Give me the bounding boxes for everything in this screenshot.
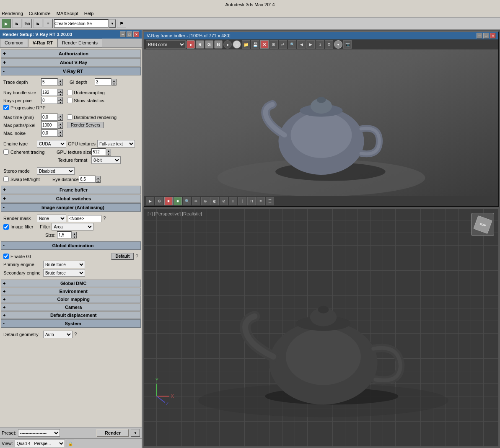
size-up[interactable]: ▲ — [72, 232, 77, 235]
fb-bot-13[interactable]: ≡ — [256, 197, 265, 205]
color-mode-select[interactable]: RGB color — [146, 40, 186, 49]
render-mask-help[interactable]: ? — [103, 215, 106, 221]
sys-help[interactable]: ? — [74, 331, 77, 337]
fb-zoom-btn[interactable]: 🔍 — [288, 40, 296, 49]
selection-set-dropdown[interactable]: ▼ — [109, 19, 116, 28]
section-frame-buffer[interactable]: + Frame buffer — [1, 186, 141, 194]
tab-render-elements[interactable]: Render Elements — [57, 39, 102, 47]
fb-bot-2[interactable]: ⚙ — [155, 197, 163, 205]
fb-bot-6[interactable]: ✏ — [192, 197, 200, 205]
section-global-switches[interactable]: + Global switches — [1, 194, 141, 203]
menu-rendering[interactable]: Rendering — [2, 11, 23, 16]
gi-help[interactable]: ? — [135, 254, 138, 259]
fb-bot-3[interactable]: ■ — [164, 197, 173, 205]
preset-select[interactable]: ------------------- — [18, 429, 60, 437]
lock-icon[interactable]: 🔒 — [67, 440, 74, 447]
progressive-rpp-cb[interactable] — [3, 105, 9, 110]
enable-gi-cb[interactable] — [3, 254, 9, 259]
fb-camera-btn[interactable]: 📷 — [343, 40, 352, 49]
rays-down[interactable]: ▼ — [58, 101, 63, 104]
fb-info-btn[interactable]: ℹ — [316, 40, 324, 49]
filter-select[interactable]: Area — [52, 223, 93, 230]
distributed-cb[interactable] — [67, 114, 73, 120]
engine-type-select[interactable]: CUDA — [37, 140, 66, 148]
toolbar-btn-2[interactable]: %n — [23, 19, 32, 28]
render-dropdown[interactable]: ▼ — [131, 429, 140, 437]
max-time-input[interactable] — [41, 114, 58, 121]
fb-settings-btn[interactable]: ⚙ — [325, 40, 333, 49]
gpu-textures-select[interactable]: Full-size text — [97, 140, 135, 148]
fb-minimize[interactable]: ─ — [477, 33, 482, 39]
section-vray-rt-header[interactable]: - V-Ray RT — [1, 67, 141, 75]
fb-maximize[interactable]: □ — [483, 33, 489, 39]
fb-white-btn[interactable]: ○ — [233, 40, 241, 49]
swap-lr-cb[interactable] — [3, 176, 9, 182]
render-button[interactable]: Render — [96, 429, 129, 437]
image-filter-cb[interactable] — [3, 224, 9, 230]
fb-circle-btn[interactable]: ● — [223, 40, 232, 49]
rays-pixel-input[interactable] — [41, 97, 58, 104]
fb-clear-btn[interactable]: ✕ — [260, 40, 269, 49]
section-global-dmc[interactable]: + Global DMC — [1, 280, 141, 287]
render-mask-select[interactable]: None — [37, 215, 66, 222]
gi-depth-down[interactable]: ▼ — [111, 82, 117, 85]
toolbar-btn-4[interactable]: ≡ — [44, 19, 53, 28]
gi-depth-up[interactable]: ▲ — [111, 79, 117, 82]
fb-bot-10[interactable]: H — [229, 197, 237, 205]
fb-close[interactable]: ✕ — [490, 33, 496, 39]
fb-bot-8[interactable]: ◐ — [210, 197, 219, 205]
primary-engine-select[interactable]: Brute force — [43, 261, 85, 268]
menu-customize[interactable]: Customize — [29, 11, 51, 16]
tab-common[interactable]: Common — [0, 39, 28, 47]
ray-bundle-input[interactable] — [41, 89, 58, 96]
menu-maxscript[interactable]: MAXScript — [57, 11, 78, 16]
gputex-down[interactable]: ▼ — [106, 152, 111, 155]
fb-bot-4[interactable]: ■ — [174, 197, 182, 205]
section-color-mapping[interactable]: + Color mapping — [1, 295, 141, 303]
eyedist-down[interactable]: ▼ — [96, 179, 101, 183]
menu-help[interactable]: Help — [84, 11, 94, 16]
eyedist-up[interactable]: ▲ — [96, 176, 101, 179]
maxtime-up[interactable]: ▲ — [58, 114, 63, 117]
trace-depth-up[interactable]: ▲ — [58, 79, 63, 82]
fb-bot-12[interactable]: ⊓ — [247, 197, 256, 205]
gpu-texture-size-input[interactable] — [91, 148, 106, 155]
gi-depth-input[interactable] — [95, 78, 111, 85]
fb-b-btn[interactable]: B — [214, 40, 223, 49]
fb-prev-btn[interactable]: ◀ — [297, 40, 306, 49]
default-btn[interactable]: Default — [111, 253, 134, 260]
fb-next-btn[interactable]: ▶ — [306, 40, 315, 49]
fb-bot-9[interactable]: ⊘ — [220, 197, 228, 205]
fb-folder-btn[interactable]: 📁 — [242, 40, 250, 49]
fb-bot-1[interactable]: ▶ — [146, 197, 154, 205]
ray-bundle-down[interactable]: ▼ — [58, 93, 63, 96]
fb-bot-5[interactable]: 🔍 — [183, 197, 191, 205]
size-down[interactable]: ▼ — [72, 235, 77, 238]
fb-extra-btn[interactable]: ● — [334, 40, 342, 49]
fb-color-btn[interactable]: ● — [187, 40, 195, 49]
rays-up[interactable]: ▲ — [58, 97, 63, 101]
trace-depth-input[interactable] — [41, 78, 58, 85]
toolbar-btn-3[interactable]: n₁ — [33, 19, 42, 28]
section-about-vray[interactable]: + About V-Ray — [1, 58, 141, 67]
maxnoise-up[interactable]: ▲ — [58, 130, 63, 133]
toolbar-btn-5[interactable]: ⚑ — [117, 19, 126, 28]
section-authorization[interactable]: + Authorization — [1, 49, 141, 58]
section-environment[interactable]: + Environment — [1, 287, 141, 295]
fb-grid-btn[interactable]: ⊞ — [269, 40, 278, 49]
maxpaths-up[interactable]: ▲ — [58, 122, 63, 125]
render-btn-toolbar[interactable]: ▶ — [2, 19, 11, 28]
eye-distance-input[interactable] — [79, 176, 96, 183]
tab-vray-rt[interactable]: V-Ray RT — [28, 39, 57, 47]
texture-format-select[interactable]: 8-bit — [91, 156, 121, 164]
ray-bundle-up[interactable]: ▲ — [58, 89, 63, 93]
gputex-up[interactable]: ▲ — [106, 149, 111, 152]
fb-bot-7[interactable]: ⊕ — [201, 197, 210, 205]
maxpaths-down[interactable]: ▼ — [58, 125, 63, 129]
section-default-displacement[interactable]: + Default displacement — [1, 311, 141, 319]
fb-save-btn[interactable]: 💾 — [251, 40, 259, 49]
fb-g-btn[interactable]: G — [205, 40, 213, 49]
maxtime-down[interactable]: ▼ — [58, 117, 63, 121]
view-select[interactable]: Quad 4 - Perspe... — [15, 440, 65, 447]
panel-maximize[interactable]: □ — [127, 31, 132, 37]
